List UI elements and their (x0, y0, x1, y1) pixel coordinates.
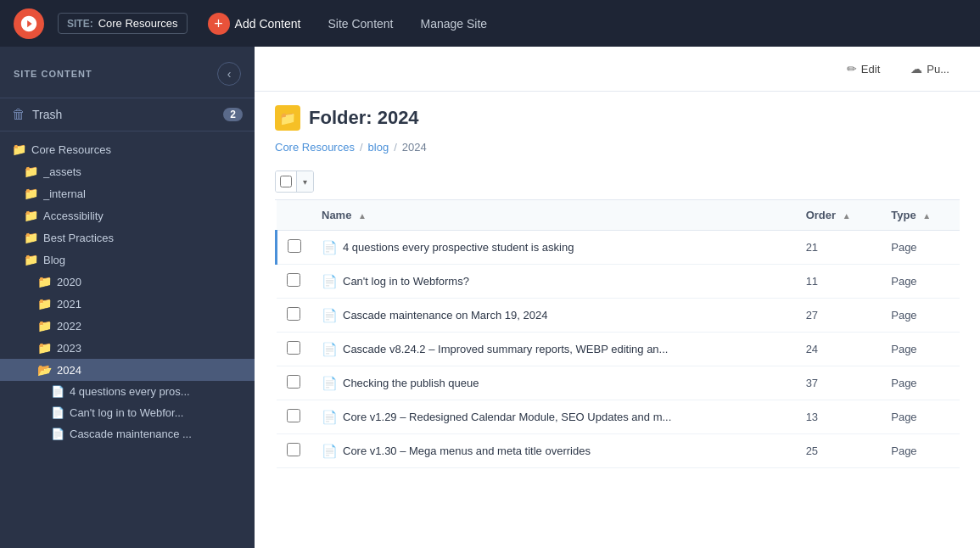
breadcrumb-link-0[interactable]: Core Resources (275, 141, 355, 154)
select-all-dropdown[interactable]: ▾ (275, 171, 314, 193)
trash-label: Trash (32, 108, 216, 121)
cloud-icon: ☁ (910, 62, 922, 75)
sidebar-title: SITE CONTENT (14, 69, 92, 79)
row-checkbox-6[interactable] (287, 443, 300, 456)
breadcrumb-sep-1: / (394, 141, 397, 154)
folder-icon-2021: 📁 (37, 297, 52, 310)
edit-button[interactable]: ✏ Edit (837, 57, 890, 81)
sidebar-item-core-resources[interactable]: 📁Core Resources (0, 138, 255, 160)
col-checkbox (277, 200, 312, 231)
row-type-cell-1: Page (881, 265, 960, 299)
logo-icon[interactable] (14, 8, 44, 39)
breadcrumb-link-1[interactable]: blog (368, 141, 389, 154)
row-type-cell-4: Page (881, 366, 960, 400)
row-checkbox-3[interactable] (287, 341, 300, 355)
row-checkbox-cell-5 (277, 400, 312, 434)
sidebar-item-2021[interactable]: 📁2021 (0, 293, 255, 315)
publish-label: Pu... (927, 63, 949, 75)
layout: SITE CONTENT ‹ 🗑 Trash 2 📁Core Resources… (0, 47, 980, 548)
folder-icon-blog: 📁 (24, 253, 38, 266)
row-name-cell-1: 📄Can't log in to Webforms? (311, 265, 796, 299)
select-all-arrow[interactable]: ▾ (296, 171, 313, 192)
name-sort-icon: ▲ (358, 211, 367, 221)
main-toolbar: ✏ Edit ☁ Pu... (255, 47, 980, 92)
row-name-0[interactable]: 4 questions every prospective student is… (343, 241, 574, 254)
sidebar-item-page1[interactable]: 📄4 questions every pros... (0, 381, 255, 402)
sidebar-item-assets[interactable]: 📁_assets (0, 160, 255, 182)
sidebar-item-label-accessibility: Accessibility (43, 210, 104, 222)
table-area: ▾ Name ▲ Order ▲ (255, 164, 980, 548)
sidebar-item-label-2022: 2022 (57, 320, 81, 333)
sidebar-item-accessibility[interactable]: 📁Accessibility (0, 204, 255, 226)
row-name-cell-3: 📄Cascade v8.24.2 – Improved summary repo… (311, 333, 796, 366)
sidebar-header: SITE CONTENT ‹ (0, 47, 255, 98)
sidebar-item-label-page3: Cascade maintenance ... (70, 428, 192, 440)
sidebar-item-2024[interactable]: 📂2024 (0, 359, 255, 381)
table-header: Name ▲ Order ▲ Type ▲ (277, 200, 960, 231)
select-all-checkbox[interactable] (276, 171, 296, 192)
sidebar-item-2023[interactable]: 📁2023 (0, 337, 255, 359)
folder-icon-2023: 📁 (37, 341, 52, 355)
sidebar-item-internal[interactable]: 📁_internal (0, 182, 255, 204)
site-name: Core Resources (98, 17, 178, 30)
trash-item[interactable]: 🗑 Trash 2 (0, 98, 255, 131)
sidebar-item-page2[interactable]: 📄Can't log in to Webfor... (0, 402, 255, 423)
row-checkbox-cell-4 (277, 366, 312, 400)
sidebar-item-label-2024: 2024 (57, 364, 81, 377)
row-checkbox-0[interactable] (288, 239, 301, 253)
sidebar-item-label-page2: Can't log in to Webfor... (70, 406, 183, 419)
folder-icon-internal: 📁 (24, 187, 38, 200)
row-type-cell-6: Page (881, 434, 960, 468)
folder-icon-2022: 📁 (37, 319, 52, 333)
sidebar-item-2022[interactable]: 📁2022 (0, 315, 255, 337)
sidebar-item-blog[interactable]: 📁Blog (0, 249, 255, 271)
row-order-cell-6: 25 (796, 434, 882, 468)
sidebar-item-label-assets: _assets (43, 165, 81, 178)
col-type[interactable]: Type ▲ (881, 200, 960, 231)
row-order-cell-1: 11 (796, 265, 882, 299)
row-order-cell-5: 13 (796, 400, 882, 434)
pencil-icon: ✏ (847, 62, 857, 75)
topnav: SITE: Core Resources + Add Content Site … (0, 0, 980, 47)
add-content-button[interactable]: + Add Content (201, 8, 308, 40)
row-checkbox-4[interactable] (287, 375, 300, 389)
table-row: 📄Core v1.29 – Redesigned Calendar Module… (277, 400, 960, 434)
row-page-icon-2: 📄 (322, 308, 338, 323)
row-type-cell-5: Page (881, 400, 960, 434)
row-checkbox-cell-3 (277, 333, 312, 366)
sidebar-tree: 📁Core Resources📁_assets📁_internal📁Access… (0, 131, 255, 451)
sidebar-item-page3[interactable]: 📄Cascade maintenance ... (0, 423, 255, 445)
row-name-1[interactable]: Can't log in to Webforms? (343, 275, 469, 288)
sidebar-item-2020[interactable]: 📁2020 (0, 271, 255, 293)
row-name-5[interactable]: Core v1.29 – Redesigned Calendar Module,… (343, 411, 671, 423)
publish-button[interactable]: ☁ Pu... (900, 57, 960, 81)
row-type-cell-2: Page (881, 299, 960, 333)
row-name-3[interactable]: Cascade v8.24.2 – Improved summary repor… (343, 343, 668, 355)
collapse-sidebar-button[interactable]: ‹ (217, 62, 241, 86)
breadcrumb: Core Resources/blog/2024 (255, 137, 980, 164)
row-checkbox-5[interactable] (287, 409, 300, 422)
row-name-2[interactable]: Cascade maintenance on March 19, 2024 (343, 309, 547, 322)
row-order-cell-0: 21 (796, 231, 882, 265)
select-all-input[interactable] (280, 176, 292, 187)
col-name[interactable]: Name ▲ (311, 200, 796, 231)
row-checkbox-1[interactable] (287, 273, 300, 287)
folder-icon-large: 📁 (275, 105, 300, 131)
site-content-link[interactable]: Site Content (321, 12, 400, 36)
sidebar-item-label-internal: _internal (43, 187, 86, 200)
table-row: 📄Checking the publish queue37Page (277, 366, 960, 400)
manage-site-link[interactable]: Manage Site (414, 12, 495, 36)
row-name-4[interactable]: Checking the publish queue (343, 377, 479, 389)
row-page-icon-5: 📄 (322, 410, 338, 425)
row-checkbox-2[interactable] (287, 307, 300, 321)
col-order[interactable]: Order ▲ (796, 200, 882, 231)
edit-label: Edit (861, 63, 880, 75)
sidebar-item-label-core-resources: Core Resources (31, 143, 111, 156)
sidebar-item-best-practices[interactable]: 📁Best Practices (0, 226, 255, 249)
row-name-6[interactable]: Core v1.30 – Mega menus and meta title o… (343, 445, 591, 457)
folder-icon-2020: 📁 (37, 275, 52, 288)
trash-badge: 2 (223, 108, 243, 121)
site-badge[interactable]: SITE: Core Resources (58, 13, 188, 34)
page-icon-page1: 📄 (51, 385, 64, 398)
row-checkbox-cell-1 (277, 265, 312, 299)
